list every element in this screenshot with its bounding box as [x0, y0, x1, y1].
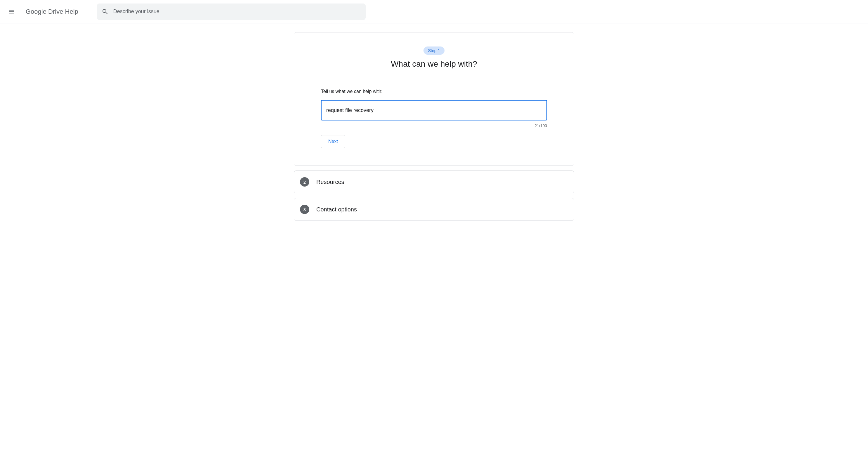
search-icon: [102, 8, 108, 15]
step-badge-wrap: Step 1: [321, 47, 547, 55]
step3-number: 3: [300, 205, 309, 214]
step3-title: Contact options: [316, 206, 357, 213]
step1-card: Step 1 What can we help with? Tell us wh…: [294, 32, 574, 166]
step2-title: Resources: [316, 179, 344, 186]
issue-input[interactable]: [321, 100, 547, 120]
search-input[interactable]: [113, 8, 361, 15]
step1-title: What can we help with?: [321, 59, 547, 69]
step-badge: Step 1: [424, 47, 444, 55]
search-container: [97, 3, 366, 20]
step3-card[interactable]: 3 Contact options: [294, 198, 574, 221]
char-counter: 21/100: [321, 123, 547, 128]
page-header: Google Drive Help: [0, 0, 868, 23]
next-button[interactable]: Next: [321, 135, 345, 148]
step2-card[interactable]: 2 Resources: [294, 170, 574, 193]
divider: [321, 77, 547, 77]
issue-field-label: Tell us what we can help with:: [321, 89, 547, 94]
step2-number: 2: [300, 177, 309, 187]
main-content: Step 1 What can we help with? Tell us wh…: [288, 32, 580, 221]
menu-icon[interactable]: [5, 5, 19, 19]
page-title: Google Drive Help: [26, 8, 78, 16]
